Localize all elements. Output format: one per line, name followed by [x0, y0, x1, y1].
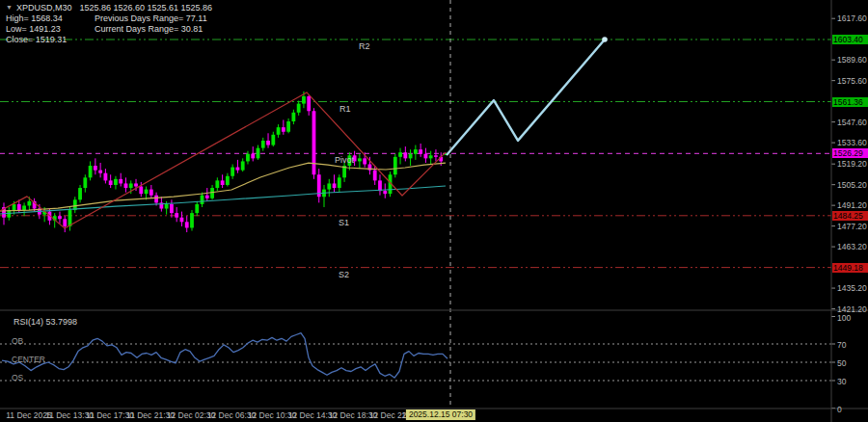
ma-slow-line [0, 186, 446, 214]
candle-body [170, 204, 174, 213]
quote-cur-range: Current Days Range= 30.81 [95, 24, 203, 34]
candle-body [333, 183, 337, 188]
quote-prev-range: Previous Days Range= 77.11 [95, 13, 207, 23]
candle-body [185, 222, 189, 227]
axis-rsi-tick: 100 [837, 313, 851, 323]
rsi-indicator-label: RSI(14) 53.7998 [14, 317, 77, 327]
candle-body [338, 177, 341, 188]
candle-body [139, 187, 143, 195]
candle-body [282, 127, 285, 132]
candle-body [13, 204, 16, 210]
level-label-r1: R1 [339, 104, 351, 114]
candle-body [393, 157, 397, 174]
axis-price-tick: 1491.20 [837, 200, 867, 210]
chart-window: ▼XPDUSD,M301525.86 1526.60 1525.61 1525.… [0, 0, 868, 422]
quote-line-high: High= 1568.34Previous Days Range= 77.11 [6, 13, 212, 24]
symbol-collapse-icon[interactable]: ▼ [6, 4, 13, 11]
candle-body [22, 205, 26, 210]
candle-body [271, 135, 275, 145]
axis-rsi-tick: 70 [837, 340, 846, 350]
candle-body [98, 171, 102, 173]
candle-body [221, 180, 225, 185]
level-label-pivot: Pivot [335, 155, 354, 165]
quote-line-low: Low= 1491.23Current Days Range= 30.81 [6, 24, 212, 35]
candle-body [277, 127, 281, 135]
axis-price-tick: 1477.20 [837, 222, 867, 231]
quote-line-close: Close= 1519.31 [6, 35, 212, 45]
candle-body [58, 216, 62, 219]
quote-ohlc-values: 1525.86 1526.60 1525.61 1525.86 [79, 3, 212, 13]
candle-body [373, 171, 377, 181]
zigzag-line [0, 92, 446, 228]
candle-body [104, 173, 108, 181]
axis-price-tick: 1435.20 [837, 283, 867, 293]
candle-body [241, 161, 245, 170]
candle-body [78, 188, 82, 199]
axis-price-tick: 1519.20 [837, 159, 867, 169]
candle-body [429, 155, 433, 158]
candle-body [201, 196, 204, 204]
quote-close: Close= 1519.31 [6, 35, 67, 44]
forecast-line [447, 40, 605, 155]
quote-line-ohlc: ▼XPDUSD,M301525.86 1526.60 1525.61 1525.… [6, 2, 212, 13]
candle-body [119, 179, 122, 184]
candle-body [414, 149, 418, 154]
quote-high: High= 1568.34 [6, 13, 95, 24]
candle-body [145, 190, 149, 195]
axis-rsi-tick: 0 [837, 405, 842, 414]
candle-body [17, 204, 21, 210]
candle-body [114, 179, 118, 185]
candle-body [307, 96, 311, 111]
candle-body [226, 176, 230, 185]
rsi-ob-label: OB [12, 336, 23, 346]
candle-body [398, 152, 402, 157]
candle-body [358, 158, 362, 161]
candle-body [190, 213, 194, 227]
candle-body [149, 190, 153, 196]
axis-price-label-s1: 1484.25 [832, 211, 868, 221]
candle-body [434, 155, 438, 157]
axis-price-tick: 1589.60 [837, 55, 867, 65]
axis-price-label-r1: 1561.36 [832, 97, 868, 107]
candle-body [94, 166, 97, 171]
quote-panel: ▼XPDUSD,M301525.86 1526.60 1525.61 1525.… [6, 2, 212, 45]
candle-body [383, 191, 387, 194]
candle-body [403, 152, 407, 158]
candle-body [246, 154, 250, 162]
level-label-s1: S1 [339, 218, 349, 227]
candle-body [109, 180, 113, 185]
candle-body [195, 204, 199, 213]
candle-body [154, 196, 158, 203]
candle-body [363, 158, 366, 164]
candle-body [424, 154, 428, 159]
candle-body [27, 201, 31, 206]
candle-body [215, 180, 219, 188]
candle-body [261, 141, 265, 148]
candle-body [124, 183, 128, 188]
candle-body [409, 154, 413, 159]
level-label-s2: S2 [339, 270, 349, 279]
candle-body [83, 177, 87, 188]
level-label-r2: R2 [359, 41, 370, 51]
axis-price-label-r2: 1603.40 [832, 35, 868, 44]
symbol-timeframe: XPDUSD,M30 [16, 3, 72, 13]
candle-body [205, 196, 209, 198]
axis-price-label-s2: 1449.18 [832, 263, 868, 273]
candle-body [175, 213, 178, 218]
axis-price-tick: 1505.20 [837, 180, 867, 190]
rsi-line [2, 333, 448, 379]
rsi-os-label: OS [12, 373, 23, 382]
candle-body [63, 219, 67, 226]
candle-body [327, 183, 331, 189]
candle-body [291, 113, 295, 121]
axis-price-tick: 1575.60 [837, 76, 867, 86]
candle-body [180, 218, 184, 223]
candle-body [165, 204, 169, 209]
axis-price-tick: 1547.60 [837, 118, 867, 127]
candle-body [129, 183, 133, 188]
candle-body [286, 121, 290, 132]
axis-price-tick: 1463.20 [837, 242, 867, 251]
price-chart-canvas[interactable] [0, 0, 868, 422]
candle-body [297, 104, 301, 113]
axis-price-tick: 1617.60 [837, 13, 867, 23]
